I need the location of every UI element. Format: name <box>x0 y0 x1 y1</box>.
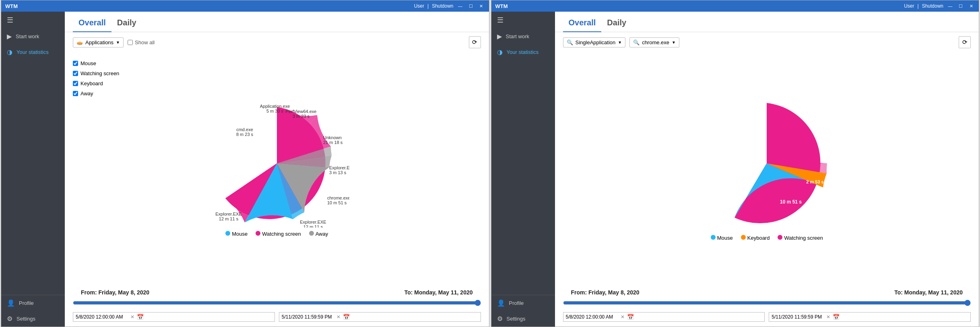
slider-row-2 <box>555 298 979 311</box>
legend-left-1: Mouse Watching screen Keyboard Away <box>73 60 119 97</box>
legend-mouse-cb-1[interactable] <box>73 61 78 66</box>
shutdown-btn-2[interactable]: Shutdown <box>922 3 943 9</box>
date-from-input-1[interactable] <box>76 314 128 320</box>
chrome-icon-2: 🔍 <box>633 39 640 45</box>
svg-text:3 m 13 s: 3 m 13 s <box>329 170 347 175</box>
app-layout-1: ☰ ▶ Start work ◑ Your statistics 👤 Profi… <box>1 12 489 327</box>
profile-label-2: Profile <box>509 300 524 306</box>
svg-text:2 m 53 s: 2 m 53 s <box>807 179 824 184</box>
date-to-clear-1[interactable]: ✕ <box>336 314 340 320</box>
date-to-calendar-1[interactable]: 📅 <box>343 314 350 320</box>
svg-text:3 m 23 s: 3 m 23 s <box>293 114 310 119</box>
user-label-2: User <box>904 3 914 9</box>
legend-away-cb-1[interactable] <box>73 91 78 96</box>
chrome-label-2: chrome.exe <box>642 39 669 45</box>
legend-keyboard-cb-1[interactable] <box>73 81 78 86</box>
date-inputs-1: ✕ 📅 ✕ 📅 <box>65 311 489 327</box>
legend-entry-watching-2: Watching screen <box>778 235 823 241</box>
date-inputs-2: ✕ 📅 ✕ 📅 <box>555 311 979 327</box>
applications-dropdown-1[interactable]: 🥧 Applications ▼ <box>73 37 124 47</box>
legend-entry-mouse-2: Mouse <box>711 235 733 241</box>
tab-overall-2[interactable]: Overall <box>563 16 602 32</box>
sidebar-item-profile-1[interactable]: 👤 Profile <box>1 295 65 311</box>
svg-text:1:03 h: 1:03 h <box>735 183 750 189</box>
date-to-input-2[interactable] <box>772 314 824 320</box>
tab-bar-1: Overall Daily <box>65 12 489 32</box>
tab-daily-2[interactable]: Daily <box>601 16 632 32</box>
single-app-dropdown-2[interactable]: 🔍 SingleApplication ▼ <box>563 37 626 47</box>
sidebar-item-statistics-1[interactable]: ◑ Your statistics <box>1 44 65 60</box>
pie-icon-1: 🥧 <box>76 39 83 45</box>
legend-mouse-label-1: Mouse <box>80 60 96 66</box>
single-dropdown-arrow-2: ▼ <box>618 40 622 45</box>
applications-label-1: Applications <box>85 39 113 45</box>
window-2: WTM User | Shutdown — ☐ ✕ ☰ ▶ Start work… <box>491 0 980 327</box>
sidebar-1: ☰ ▶ Start work ◑ Your statistics 👤 Profi… <box>1 12 65 327</box>
shutdown-btn-1[interactable]: Shutdown <box>432 3 453 9</box>
legend-entry-keyboard-2: Keyboard <box>741 235 770 241</box>
close-btn-2[interactable]: ✕ <box>968 2 975 10</box>
play-icon-2: ▶ <box>497 33 502 40</box>
tab-overall-1[interactable]: Overall <box>73 16 111 32</box>
refresh-btn-2[interactable]: ⟳ <box>959 36 971 48</box>
svg-text:12 m 11 s: 12 m 11 s <box>219 216 239 221</box>
minimize-btn-1[interactable]: — <box>457 2 464 10</box>
date-from-calendar-1[interactable]: 📅 <box>137 314 144 320</box>
date-to-calendar-2[interactable]: 📅 <box>833 314 840 320</box>
date-range-slider-2[interactable] <box>563 300 971 306</box>
show-all-checkbox-1[interactable] <box>128 40 133 45</box>
svg-text:5 m 30 s: 5 m 30 s <box>266 109 284 113</box>
statistics-label-1: Your statistics <box>17 49 49 55</box>
svg-text:10 m 51 s: 10 m 51 s <box>780 199 802 205</box>
hamburger-icon-2[interactable]: ☰ <box>497 16 503 24</box>
sidebar-item-start-work-1[interactable]: ▶ Start work <box>1 29 65 44</box>
tab-daily-1[interactable]: Daily <box>111 16 142 32</box>
sidebar-item-statistics-2[interactable]: ◑ Your statistics <box>491 44 555 60</box>
sidebar-item-start-work-2[interactable]: ▶ Start work <box>491 29 555 44</box>
show-all-text-1: Show all <box>135 39 155 45</box>
title-controls-1: User | Shutdown — ☐ ✕ <box>414 2 485 10</box>
tab-bar-2: Overall Daily <box>555 12 979 32</box>
app-layout-2: ☰ ▶ Start work ◑ Your statistics 👤 Profi… <box>491 12 979 327</box>
close-btn-1[interactable]: ✕ <box>478 2 485 10</box>
svg-text:chrome.exe: chrome.exe <box>327 195 349 200</box>
app-title-1: WTM <box>5 3 414 9</box>
date-to-clear-2[interactable]: ✕ <box>826 314 830 320</box>
chrome-dropdown-2[interactable]: 🔍 chrome.exe ▼ <box>629 37 679 47</box>
toolbar-1: 🥧 Applications ▼ Show all ⟳ <box>65 32 489 52</box>
sidebar-top-1: ☰ <box>1 12 65 29</box>
legend-mouse-1: Mouse <box>73 60 119 66</box>
date-to-input-1[interactable] <box>282 314 334 320</box>
date-from-calendar-2[interactable]: 📅 <box>627 314 634 320</box>
maximize-btn-1[interactable]: ☐ <box>467 2 475 10</box>
svg-text:12 m 11 s: 12 m 11 s <box>303 224 323 228</box>
legend-watching-cb-1[interactable] <box>73 71 78 76</box>
date-from-input-group-1: ✕ 📅 <box>73 312 275 322</box>
app-title-2: WTM <box>495 3 904 9</box>
statistics-label-2: Your statistics <box>507 49 539 55</box>
svg-text:Unknown: Unknown <box>323 135 342 140</box>
legend-entry-away-1: Away <box>309 231 328 237</box>
date-from-input-2[interactable] <box>566 314 618 320</box>
minimize-btn-2[interactable]: — <box>947 2 954 10</box>
sidebar-item-settings-1[interactable]: ⚙ Settings <box>1 311 65 327</box>
separator-1: | <box>427 3 429 9</box>
main-content-1: Overall Daily 🥧 Applications ▼ Show all … <box>65 12 489 327</box>
maximize-btn-2[interactable]: ☐ <box>957 2 964 10</box>
profile-icon-2: 👤 <box>497 299 505 307</box>
sidebar-item-settings-2[interactable]: ⚙ Settings <box>491 311 555 327</box>
hamburger-icon-1[interactable]: ☰ <box>7 16 13 24</box>
refresh-btn-1[interactable]: ⟳ <box>469 36 481 48</box>
play-icon-1: ▶ <box>7 33 12 40</box>
sidebar-item-profile-2[interactable]: 👤 Profile <box>491 295 555 311</box>
sidebar-bottom-1: 👤 Profile ⚙ Settings <box>1 295 65 327</box>
chart-area-1: Mouse Watching screen Keyboard Away <box>65 52 489 287</box>
date-to-input-group-1: ✕ 📅 <box>279 312 481 322</box>
profile-label-1: Profile <box>19 300 34 306</box>
title-bar-2: WTM User | Shutdown — ☐ ✕ <box>491 0 979 12</box>
date-from-clear-1[interactable]: ✕ <box>130 314 134 320</box>
date-to-2: To: Monday, May 11, 2020 <box>894 289 963 296</box>
date-row-2: From: Friday, May 8, 2020 To: Monday, Ma… <box>555 287 979 298</box>
date-from-clear-2[interactable]: ✕ <box>621 314 625 320</box>
date-range-slider-1[interactable] <box>73 300 481 306</box>
